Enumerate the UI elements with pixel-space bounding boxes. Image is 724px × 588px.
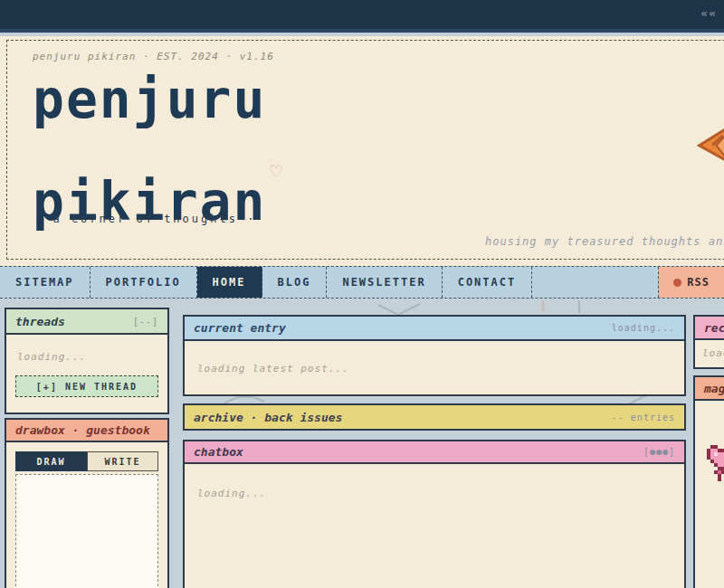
drawbox-panel: drawbox · guestbook DRAW WRITE — [5, 418, 169, 588]
top-bar: «« — [0, 0, 724, 33]
pixel-heart-art — [707, 445, 710, 449]
mag-panel-header: mag — [695, 377, 724, 401]
mag-panel-title: mag — [704, 382, 724, 395]
tab-draw[interactable]: DRAW — [15, 451, 87, 471]
threads-panel: threads [--] loading... [+] NEW THREAD — [5, 308, 169, 414]
threads-counter[interactable]: [--] — [133, 317, 158, 327]
nav-item-home[interactable]: HOME — [197, 267, 262, 298]
rec-panel: rec loading... — [693, 315, 724, 369]
current-entry-status: loading... — [612, 323, 675, 333]
current-entry-loading-text: loading latest post... — [197, 363, 684, 375]
rss-dot-icon — [673, 279, 681, 287]
chatbox-header: chatbox [●●●] — [185, 441, 684, 464]
site-title-line1: penjuru — [33, 69, 266, 130]
chatbox-status-dots[interactable]: [●●●] — [643, 447, 675, 457]
drawbox-panel-header: drawbox · guestbook — [6, 420, 167, 442]
archive-panel[interactable]: archive · back issues -- entries — [183, 403, 686, 431]
chatbox-title: chatbox — [194, 445, 243, 459]
site-header: penjuru pikiran · EST. 2024 · v1.16 penj… — [0, 36, 724, 266]
threads-title: threads — [15, 315, 65, 328]
rec-panel-loading-text: loading... — [702, 347, 724, 359]
nav-item-contact[interactable]: CONTACT — [443, 267, 533, 298]
rec-panel-header: rec — [695, 317, 724, 340]
threads-panel-header: threads [--] — [6, 309, 167, 335]
nav-item-blog[interactable]: BLOG — [262, 267, 328, 298]
chatbox-loading-text: loading... — [197, 488, 684, 499]
drawbox-tabs: DRAW WRITE — [15, 451, 158, 471]
drawbox-title: drawbox · guestbook — [15, 423, 150, 437]
tab-write[interactable]: WRITE — [87, 451, 158, 471]
nav-item-sitemap[interactable]: SITEMAP — [0, 267, 90, 298]
chatbox-panel: chatbox [●●●] loading... — [183, 440, 686, 588]
page: «« penjuru pikiran · EST. 2024 · v1.16 p… — [0, 0, 724, 588]
threads-loading-text: loading... — [17, 351, 167, 363]
current-entry-title: current entry — [194, 321, 286, 335]
site-meta-line: penjuru pikiran · EST. 2024 · v1.16 — [33, 51, 274, 62]
rss-label: RSS — [687, 276, 710, 289]
new-thread-button[interactable]: [+] NEW THREAD — [15, 375, 158, 397]
current-entry-panel: current entry loading... loading latest … — [183, 315, 686, 396]
paper-plane-icon — [695, 122, 724, 169]
collapse-chevrons-icon[interactable]: «« — [700, 6, 717, 20]
current-entry-header: current entry loading... — [185, 317, 684, 341]
archive-entry-count: -- entries — [612, 413, 675, 422]
heart-icon: ♡ — [270, 160, 283, 183]
archive-title: archive · back issues — [194, 411, 342, 424]
mag-panel: mag — [693, 375, 724, 588]
site-motto: housing my treasured thoughts and memori… — [485, 235, 724, 248]
main-nav: SITEMAP PORTFOLIO HOME BLOG NEWSLETTER C… — [0, 266, 724, 299]
rec-panel-title: rec — [704, 321, 724, 335]
rss-button[interactable]: RSS — [658, 267, 724, 298]
nav-item-portfolio[interactable]: PORTFOLIO — [90, 267, 197, 298]
archive-header: archive · back issues -- entries — [185, 405, 684, 429]
nav-item-newsletter[interactable]: NEWSLETTER — [327, 267, 442, 298]
site-tagline: · a corner of thoughts · — [34, 213, 256, 225]
drawbox-canvas[interactable] — [15, 474, 158, 588]
